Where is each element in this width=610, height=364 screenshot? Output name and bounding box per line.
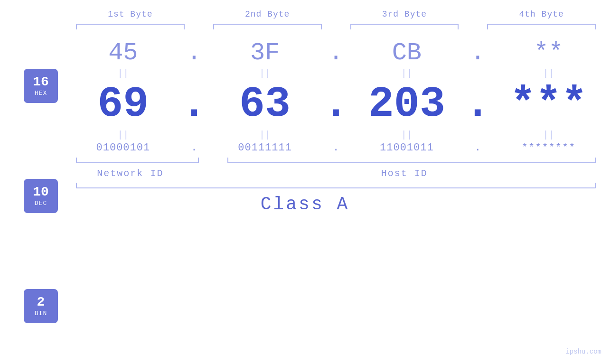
bin-dot-3: .: [468, 142, 487, 154]
top-bracket-3: [336, 24, 473, 29]
bin-cell-1: 01000101: [62, 142, 185, 154]
dec-dot-1: .: [185, 80, 204, 129]
headers-row: 1st Byte 2nd Byte 3rd Byte 4th Byte: [0, 9, 610, 19]
dec-cell-4: ***: [487, 80, 610, 129]
byte3-header: 3rd Byte: [336, 9, 473, 19]
bin-badge: 2 BIN: [24, 289, 58, 323]
bottom-bracket-234: [213, 158, 610, 163]
hex-dot-1: .: [185, 39, 204, 67]
class-a-label: Class A: [261, 194, 350, 215]
hex-val-4: **: [534, 39, 563, 67]
bin-badge-num: 2: [37, 295, 45, 310]
bin-cell-4: ********: [487, 142, 610, 154]
eq-4: ||: [487, 67, 610, 80]
dec-val-2: 63: [239, 80, 291, 129]
equals-row-2: || || || ||: [62, 129, 610, 142]
class-bracket-row: [0, 183, 610, 188]
dec-dot-2: .: [327, 80, 346, 129]
bin-dot-2: .: [327, 142, 346, 154]
hex-dot-3: .: [468, 39, 487, 67]
equals-row-1: || || || ||: [62, 67, 610, 80]
dec-badge-num: 10: [33, 185, 49, 200]
bottom-bracket-line-1: [76, 158, 199, 163]
main-container: 16 HEX 10 DEC 2 BIN 1st Byte 2nd Byte 3r…: [0, 0, 610, 364]
bin-cell-2: 00111111: [204, 142, 327, 154]
class-bracket-full: [76, 183, 596, 188]
hex-badge-label: HEX: [35, 90, 47, 97]
bin-row: 01000101 . 00111111 . 11001011 . *******…: [62, 142, 610, 154]
bottom-bracket-line-234: [227, 158, 596, 163]
dec-val-4: ***: [510, 80, 587, 129]
top-bracket-line-2: [213, 24, 322, 29]
dec-badge-label: DEC: [35, 200, 47, 207]
hex-badge-num: 16: [33, 75, 49, 90]
top-bracket-2: [199, 24, 336, 29]
id-labels-row: Network ID Host ID: [0, 168, 610, 179]
top-bracket-line-1: [76, 24, 185, 29]
dec-val-1: 69: [97, 80, 149, 129]
hex-dot-2: .: [327, 39, 346, 67]
network-id-label: Network ID: [62, 168, 199, 179]
bin-cell-3: 11001011: [346, 142, 469, 154]
dec-cell-1: 69: [62, 80, 185, 129]
eq-8: ||: [487, 129, 610, 142]
hex-row: 45 . 3F . CB . **: [62, 39, 610, 67]
bottom-bracket-row: [0, 158, 610, 163]
hex-cell-3: CB: [346, 39, 469, 67]
byte4-header: 4th Byte: [473, 9, 610, 19]
eq-7: ||: [346, 129, 469, 142]
top-bracket-row: [0, 24, 610, 29]
eq-6: ||: [204, 129, 327, 142]
hex-val-1: 45: [108, 39, 138, 67]
top-bracket-4: [473, 24, 610, 29]
bin-val-4: ********: [522, 142, 576, 154]
watermark: ipshu.com: [565, 348, 601, 355]
hex-cell-2: 3F: [204, 39, 327, 67]
dec-cell-2: 63: [204, 80, 327, 129]
hex-cell-4: **: [487, 39, 610, 67]
eq-2: ||: [204, 67, 327, 80]
bin-badge-label: BIN: [35, 310, 47, 317]
dec-row: 69 . 63 . 203 . ***: [62, 80, 610, 129]
byte2-header: 2nd Byte: [199, 9, 336, 19]
bottom-bracket-1: [62, 158, 213, 163]
dec-dot-3: .: [468, 80, 487, 129]
eq-5: ||: [62, 129, 185, 142]
eq-3: ||: [346, 67, 469, 80]
eq-1: ||: [62, 67, 185, 80]
top-bracket-line-3: [350, 24, 459, 29]
dec-badge: 10 DEC: [24, 179, 58, 213]
bin-dot-1: .: [185, 142, 204, 154]
base-badges: 16 HEX 10 DEC 2 BIN: [24, 69, 58, 323]
bin-val-2: 00111111: [238, 142, 292, 154]
bin-val-1: 01000101: [96, 142, 150, 154]
host-id-label: Host ID: [199, 168, 610, 179]
top-bracket-1: [62, 24, 199, 29]
bin-val-3: 11001011: [380, 142, 434, 154]
hex-badge: 16 HEX: [24, 69, 58, 103]
hex-val-3: CB: [392, 39, 422, 67]
dec-val-3: 203: [368, 80, 445, 129]
hex-cell-1: 45: [62, 39, 185, 67]
hex-val-2: 3F: [250, 39, 280, 67]
top-bracket-line-4: [487, 24, 596, 29]
byte1-header: 1st Byte: [62, 9, 199, 19]
dec-cell-3: 203: [346, 80, 469, 129]
values-section: 45 . 3F . CB . ** || ||: [0, 39, 610, 154]
class-a-row: Class A: [0, 194, 610, 215]
